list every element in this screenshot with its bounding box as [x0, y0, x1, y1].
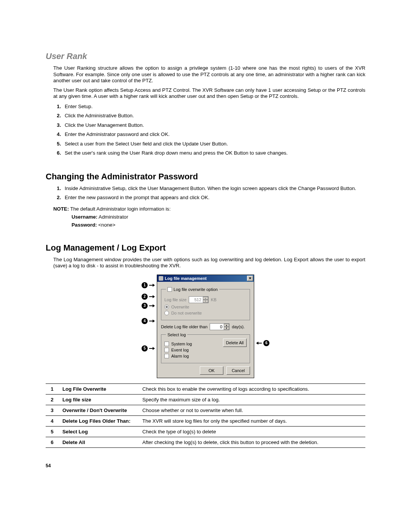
days-label: day(s).	[232, 324, 245, 329]
row-name: Log File Overwrite	[59, 383, 139, 394]
dialog-icon	[159, 276, 163, 281]
list-item: Select a user from the Select User field…	[62, 141, 365, 147]
callout-6: 6	[256, 339, 269, 347]
delete-older-spinner[interactable]: ▲▼	[210, 323, 229, 330]
alarm-log-checkbox[interactable]	[164, 354, 169, 358]
table-row: 5 Select Log Check the type of log(s) to…	[46, 426, 365, 437]
row-name: Delete Log Files Older Than:	[59, 415, 139, 426]
table-row: 3 Overwrite / Don't Overwrite Choose whe…	[46, 405, 365, 415]
table-row: 4 Delete Log Files Older Than: The XVR w…	[46, 415, 365, 426]
dialog-titlebar[interactable]: Log file management ✕	[157, 275, 254, 282]
row-num: 2	[46, 394, 59, 405]
password-value: <none>	[97, 222, 115, 228]
ok-button[interactable]: OK	[200, 366, 223, 375]
note-label: NOTE:	[53, 206, 69, 212]
note-text: The default Administrator login informat…	[69, 206, 170, 212]
list-item: Inside Administrative Setup, click the U…	[62, 185, 365, 192]
default-password: Password: <none>	[72, 222, 365, 228]
user-rank-para-1: The User Ranking structure allows the op…	[53, 65, 365, 84]
overwrite-legend-label: Log file overwrite option	[174, 287, 218, 292]
heading-user-rank: User Rank	[46, 51, 365, 61]
delete-all-button[interactable]: Delete All	[223, 339, 247, 347]
cancel-button[interactable]: Cancel	[226, 366, 250, 375]
table-row: 2 Log file size Specify the maximum size…	[46, 394, 365, 405]
row-num: 4	[46, 415, 59, 426]
kb-label: KB	[211, 297, 217, 302]
event-log-checkbox[interactable]	[164, 348, 169, 352]
user-rank-para-2: The User Rank option affects Setup Acces…	[53, 87, 365, 100]
logfile-size-label: Log file size	[164, 297, 186, 302]
list-item: Click the Administrative Button.	[62, 113, 365, 119]
overwrite-option-checkbox[interactable]	[167, 287, 172, 292]
logfile-size-input[interactable]	[189, 297, 203, 303]
row-desc: Specify the maximum size of a log.	[139, 394, 365, 405]
list-item: Enter Setup.	[62, 104, 365, 110]
log-file-management-dialog: Log file management ✕ Log file overwrite…	[157, 275, 254, 378]
dialog-title: Log file management	[165, 276, 207, 281]
table-row: 1 Log File Overwrite Check this box to e…	[46, 383, 365, 394]
row-desc: Check the type of log(s) to delete	[139, 426, 365, 437]
list-item: Click the User Management Button.	[62, 122, 365, 129]
row-name: Select Log	[59, 426, 139, 437]
user-rank-steps: Enter Setup. Click the Administrative Bu…	[53, 104, 365, 157]
default-username: Username: Administrator	[72, 214, 365, 220]
page-number: 54	[46, 463, 365, 468]
select-log-legend: Select log	[167, 332, 186, 337]
event-log-label: Event log	[171, 348, 189, 352]
delete-older-label: Delete Log file older than	[161, 324, 207, 329]
alarm-log-label: Alarm log	[171, 354, 189, 358]
row-num: 5	[46, 426, 59, 437]
system-log-label: System log	[171, 342, 192, 346]
list-item: Set the user's rank using the User Rank …	[62, 150, 365, 157]
password-label: Password:	[72, 222, 97, 228]
callout-1: 1	[142, 281, 155, 289]
row-num: 3	[46, 405, 59, 415]
callout-4: 4	[142, 317, 155, 325]
donot-overwrite-radio-label: Do not overwrite	[171, 311, 202, 315]
list-item: Enter the Administrator password and cli…	[62, 131, 365, 138]
username-label: Username:	[72, 214, 97, 220]
row-desc: Choose whether or not to overwrite when …	[139, 405, 365, 415]
row-name: Overwrite / Don't Overwrite	[59, 405, 139, 415]
system-log-checkbox[interactable]	[164, 342, 169, 346]
logfile-size-spinner[interactable]: ▲▼	[189, 296, 209, 303]
row-name: Delete All	[59, 437, 139, 447]
heading-log-management: Log Management / Log Export	[46, 243, 365, 253]
callout-reference-table: 1 Log File Overwrite Check this box to e…	[46, 383, 365, 448]
callout-2: 2	[142, 293, 155, 300]
list-item: Enter the new password in the prompt tha…	[62, 195, 365, 201]
row-num: 1	[46, 383, 59, 394]
row-desc: Check this box to enable the overwriting…	[139, 383, 365, 394]
default-login-note: NOTE: The default Administrator login in…	[53, 206, 365, 212]
row-num: 6	[46, 437, 59, 447]
row-name: Log file size	[59, 394, 139, 405]
close-button[interactable]: ✕	[247, 276, 253, 281]
select-log-groupbox: Select log Delete All System log Event l…	[161, 332, 250, 363]
log-management-para: The Log Management window provides the u…	[53, 257, 365, 269]
callout-3: 3	[142, 302, 155, 310]
callout-5: 5	[142, 345, 155, 352]
table-row: 6 Delete All After checking the log(s) t…	[46, 437, 365, 447]
heading-change-admin-password: Changing the Administrator Password	[46, 172, 365, 182]
change-password-steps: Inside Administrative Setup, click the U…	[53, 185, 365, 201]
donot-overwrite-radio[interactable]	[164, 311, 169, 315]
username-value: Administrator	[97, 214, 128, 220]
delete-older-input[interactable]	[210, 324, 224, 330]
overwrite-radio-label: Overwrite	[171, 305, 189, 309]
overwrite-radio[interactable]	[164, 305, 169, 309]
row-desc: After checking the log(s) to delete, cli…	[139, 437, 365, 447]
overwrite-groupbox: Log file overwrite option Log file size …	[161, 287, 250, 320]
row-desc: The XVR will store log files for only th…	[139, 415, 365, 426]
